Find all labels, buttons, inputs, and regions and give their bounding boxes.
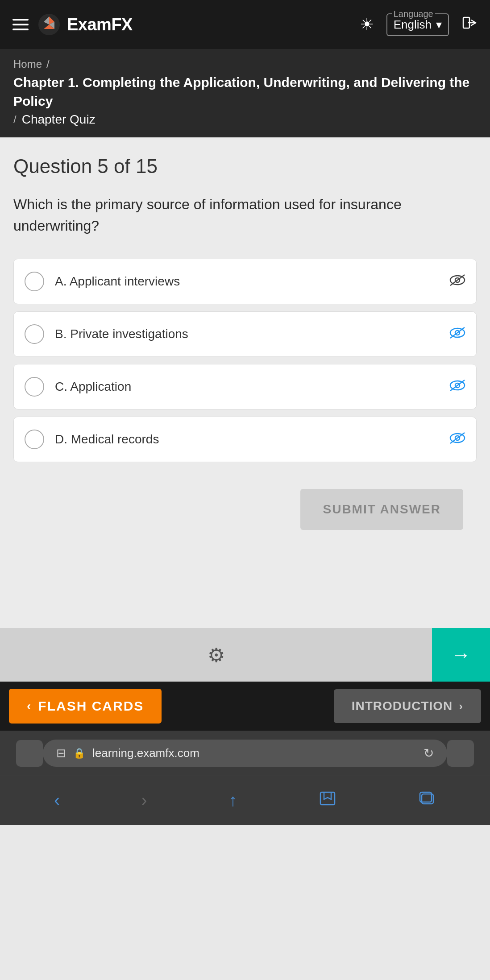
gear-icon[interactable]: ⚙ (208, 644, 225, 666)
examfx-logo-icon (37, 13, 61, 36)
language-selector[interactable]: Language English ▾ (386, 13, 449, 36)
question-text: Which is the primary source of informati… (13, 194, 477, 236)
radio-c[interactable] (25, 377, 44, 397)
header-right: ☀ Language English ▾ (360, 13, 478, 36)
language-text: English (394, 18, 432, 32)
safari-bookmarks-icon[interactable] (319, 790, 336, 810)
bottom-toolbar: ⚙ → (0, 628, 490, 682)
refresh-icon[interactable]: ↻ (424, 746, 434, 761)
option-a[interactable]: A. Applicant interviews (13, 259, 477, 304)
flash-cards-label: FLASH CARDS (38, 699, 144, 714)
introduction-button[interactable]: INTRODUCTION › (334, 689, 481, 723)
browser-tab-left (16, 740, 43, 767)
intro-next-arrow-icon: › (459, 699, 463, 713)
submit-area: SUBMIT ANSWER (13, 480, 477, 539)
safari-forward-icon[interactable]: › (141, 791, 147, 810)
submit-answer-button[interactable]: SUBMIT ANSWER (300, 489, 463, 530)
nav-buttons: ‹ FLASH CARDS INTRODUCTION › (0, 682, 490, 731)
url-text[interactable]: learning.examfx.com (92, 746, 416, 760)
breadcrumb-home[interactable]: Home (13, 58, 42, 70)
svg-rect-14 (320, 792, 335, 805)
option-d[interactable]: D. Medical records (13, 417, 477, 462)
option-d-text: D. Medical records (55, 432, 439, 447)
breadcrumb-chapter: Chapter 1. Completing the Application, U… (13, 73, 477, 111)
option-b-text: B. Private investigations (55, 327, 439, 341)
safari-share-icon[interactable]: ↑ (228, 791, 237, 810)
radio-b[interactable] (25, 324, 44, 344)
language-label: Language (392, 9, 435, 19)
safari-back-icon[interactable]: ‹ (54, 791, 60, 810)
language-value[interactable]: English ▾ (394, 18, 442, 32)
tab-icon: ⊟ (56, 746, 66, 760)
breadcrumb-top: Home / (13, 58, 477, 70)
question-number: Question 5 of 15 (13, 155, 477, 178)
main-content: Question 5 of 15 Which is the primary so… (0, 137, 490, 628)
safari-nav: ‹ › ↑ (0, 776, 490, 825)
theme-toggle-icon[interactable]: ☀ (360, 15, 374, 34)
browser-bar: ⊟ 🔒 learning.examfx.com ↻ (0, 731, 490, 776)
toolbar-settings: ⚙ (0, 644, 432, 666)
logo-text: ExamFX (67, 15, 133, 34)
lock-icon: 🔒 (73, 748, 85, 759)
option-a-text: A. Applicant interviews (55, 274, 439, 289)
option-c-text: C. Application (55, 380, 439, 394)
browser-tab-right (447, 740, 474, 767)
logo-container: ExamFX (37, 13, 133, 36)
breadcrumb-sep1: / (46, 58, 50, 70)
radio-d[interactable] (25, 430, 44, 449)
breadcrumb-sep2: / (13, 113, 17, 126)
option-b[interactable]: B. Private investigations (13, 311, 477, 357)
app-header: ExamFX ☀ Language English ▾ (0, 0, 490, 49)
eye-icon-b[interactable] (449, 327, 465, 342)
chevron-down-icon: ▾ (436, 18, 442, 32)
eye-icon-d[interactable] (449, 432, 465, 447)
radio-a[interactable] (25, 272, 44, 291)
eye-icon-c[interactable] (449, 379, 465, 395)
option-c[interactable]: C. Application (13, 364, 477, 409)
breadcrumb: Home / Chapter 1. Completing the Applica… (0, 49, 490, 137)
flash-cards-button[interactable]: ‹ FLASH CARDS (9, 689, 162, 724)
options-container: A. Applicant interviews B. Private inves… (13, 259, 477, 462)
next-button[interactable]: → (432, 628, 490, 682)
eye-icon-a[interactable] (449, 274, 465, 289)
introduction-label: INTRODUCTION (352, 699, 453, 713)
safari-tabs-icon[interactable] (418, 790, 436, 810)
next-arrow-icon: → (451, 644, 471, 666)
breadcrumb-quiz-label: Chapter Quiz (22, 112, 96, 127)
header-left: ExamFX (12, 13, 133, 36)
breadcrumb-quiz: / Chapter Quiz (13, 112, 477, 127)
flash-back-arrow-icon: ‹ (27, 699, 32, 713)
hamburger-menu[interactable] (12, 19, 29, 30)
logout-icon[interactable] (461, 15, 478, 35)
address-bar[interactable]: ⊟ 🔒 learning.examfx.com ↻ (43, 740, 447, 767)
